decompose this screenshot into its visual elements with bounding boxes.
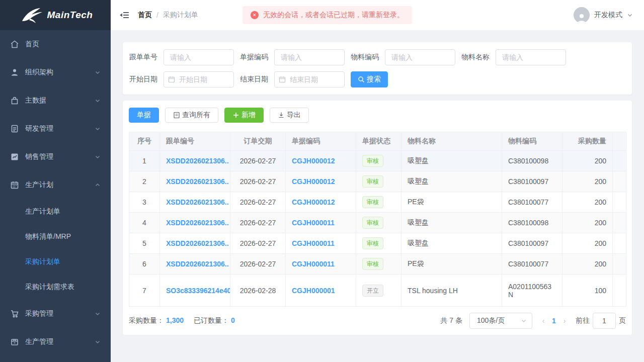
cell-material-code: C380100097 xyxy=(502,171,562,192)
main-area: 首页 / 采购计划单 ✕ 无效的会话，或者会话已过期，请重新登录。 开发模式 xyxy=(111,0,644,362)
track-no-link[interactable]: SO3c833396214e40 xyxy=(166,287,230,295)
sidebar-item-master-data[interactable]: 主数据 xyxy=(0,86,111,115)
cell-qty: 200 xyxy=(562,151,613,171)
table-row: 6 XSDD2026021306.. 2026-02-27 CGJH000011… xyxy=(129,254,626,275)
user-mode-label: 开发模式 xyxy=(594,11,622,20)
cell-material-name: 吸塑盘 xyxy=(401,171,502,192)
page-suffix: 页 xyxy=(619,316,626,325)
avatar xyxy=(574,7,590,23)
doc-no-link[interactable]: CGJH000012 xyxy=(292,198,335,206)
sidebar-item-purchase-plan-demand[interactable]: 采购计划需求表 xyxy=(0,275,111,300)
bill-button[interactable]: 单据 xyxy=(129,108,159,123)
ordered-qty-label: 已订数量： xyxy=(194,316,229,324)
cell-extra xyxy=(613,233,626,254)
user-menu[interactable]: 开发模式 xyxy=(574,7,633,23)
sidebar-item-purchase-plan-order[interactable]: 采购计划单 xyxy=(0,249,111,275)
submenu-item-label: 生产计划单 xyxy=(25,207,60,216)
cell-material-code: C380100077 xyxy=(502,192,562,213)
material-code-input[interactable] xyxy=(385,49,455,65)
purchase-qty-stat: 采购数量：1,300 xyxy=(129,316,184,325)
cell-qty: 200 xyxy=(562,254,613,275)
cell-material-code: C380100077 xyxy=(502,254,562,275)
sidebar-item-sales-management[interactable]: 销售管理 xyxy=(0,143,111,171)
next-page-icon[interactable]: › xyxy=(560,317,569,325)
cell-seq: 5 xyxy=(129,233,160,254)
export-button[interactable]: 导出 xyxy=(270,108,309,123)
cell-material-code: A0201100563N xyxy=(502,275,562,307)
status-badge: 审核 xyxy=(362,175,383,188)
current-page[interactable]: 1 xyxy=(550,317,557,325)
cell-seq: 6 xyxy=(129,254,160,275)
sidebar-menu: 首页 组织架构 主数据 研发管理 销售管理 xyxy=(0,30,111,356)
chevron-down-icon xyxy=(95,69,101,75)
submenu-item-label: 采购计划需求表 xyxy=(25,283,74,292)
search-button[interactable]: 搜索 xyxy=(351,71,388,87)
total-count: 共 7 条 xyxy=(440,316,462,325)
end-date-input[interactable] xyxy=(274,71,345,87)
sidebar-item-production-plan-order[interactable]: 生产计划单 xyxy=(0,199,111,224)
sidebar-item-purchase-management[interactable]: 采购管理 xyxy=(0,300,111,328)
sidebar-item-home[interactable]: 首页 xyxy=(0,30,111,58)
cell-extra xyxy=(613,151,626,171)
doc-no-link[interactable]: CGJH000011 xyxy=(292,260,335,268)
doc-no-link[interactable]: CGJH000012 xyxy=(292,157,335,165)
sidebar-item-label: 研发管理 xyxy=(25,124,95,133)
query-all-button[interactable]: 查询所有 xyxy=(165,108,218,123)
column-doc-no: 单据编码 xyxy=(286,132,356,151)
sidebar-item-bom-mrp[interactable]: 物料清单/MRP xyxy=(0,224,111,249)
goto-page-input[interactable] xyxy=(593,313,616,329)
chevron-down-icon xyxy=(95,339,101,345)
ordered-qty-stat: 已订数量：0 xyxy=(194,316,235,325)
track-no-link[interactable]: XSDD2026021306.. xyxy=(166,177,229,186)
sidebar-item-rd-management[interactable]: 研发管理 xyxy=(0,115,111,143)
breadcrumb-current: 采购计划单 xyxy=(163,11,198,20)
sidebar-item-organization[interactable]: 组织架构 xyxy=(0,58,111,86)
column-delivery-date: 订单交期 xyxy=(230,132,286,151)
sidebar-item-production-plan[interactable]: 生产计划 xyxy=(0,171,111,199)
end-date-label: 结束日期 xyxy=(240,75,268,84)
breadcrumb-home[interactable]: 首页 xyxy=(138,11,152,20)
sidebar-item-label: 首页 xyxy=(25,40,101,49)
track-no-link[interactable]: XSDD2026021306.. xyxy=(166,157,229,165)
doc-code-input[interactable] xyxy=(274,49,345,65)
track-no-link[interactable]: XSDD2026021306.. xyxy=(166,239,229,247)
material-name-label: 物料名称 xyxy=(461,53,490,62)
cell-delivery-date: 2026-02-28 xyxy=(230,275,286,307)
plus-icon xyxy=(232,112,239,119)
doc-no-link[interactable]: CGJH000011 xyxy=(292,219,335,227)
chart-icon xyxy=(10,152,19,161)
track-no-input[interactable] xyxy=(164,49,234,65)
cell-material-name: PE袋 xyxy=(401,254,502,275)
sidebar-item-production-management[interactable]: 生产管理 xyxy=(0,328,111,356)
cell-qty: 200 xyxy=(562,171,613,192)
cell-seq: 1 xyxy=(129,151,160,171)
track-no-link[interactable]: XSDD2026021306.. xyxy=(166,219,229,227)
material-name-input[interactable] xyxy=(496,49,566,65)
calendar-icon xyxy=(10,180,19,190)
sidebar-fold-icon[interactable] xyxy=(120,11,130,20)
doc-no-link[interactable]: CGJH000001 xyxy=(292,287,335,295)
cell-qty: 200 xyxy=(562,192,613,213)
table-row: 2 XSDD2026021306.. 2026-02-27 CGJH000012… xyxy=(129,171,626,192)
status-badge: 审核 xyxy=(362,196,383,208)
track-no-link[interactable]: XSDD2026021306.. xyxy=(166,198,229,206)
column-material-name: 物料名称 xyxy=(401,132,502,151)
topbar: 首页 / 采购计划单 ✕ 无效的会话，或者会话已过期，请重新登录。 开发模式 xyxy=(111,0,644,30)
start-date-input[interactable] xyxy=(164,71,234,87)
download-icon xyxy=(278,112,285,119)
table-footer: 采购数量：1,300 已订数量：0 共 7 条 100条/页 xyxy=(129,313,626,329)
prev-page-icon[interactable]: ‹ xyxy=(539,317,547,325)
track-no-link[interactable]: XSDD2026021306.. xyxy=(166,260,229,268)
document-list-icon xyxy=(173,112,180,119)
column-status: 单据状态 xyxy=(356,132,401,151)
sidebar-item-label: 主数据 xyxy=(25,96,95,105)
cell-material-code: C380100097 xyxy=(502,233,562,254)
doc-no-link[interactable]: CGJH000012 xyxy=(292,177,335,186)
add-button[interactable]: 新增 xyxy=(224,108,264,123)
bill-button-label: 单据 xyxy=(137,111,151,120)
alert-message: 无效的会话，或者会话已过期，请重新登录。 xyxy=(263,11,404,20)
doc-no-link[interactable]: CGJH000011 xyxy=(292,239,335,247)
page-size-select[interactable]: 100条/页 xyxy=(469,313,532,329)
cell-seq: 3 xyxy=(129,192,160,213)
search-form-card: 跟单单号 单据编码 物料编码 物料名称 xyxy=(123,42,632,95)
